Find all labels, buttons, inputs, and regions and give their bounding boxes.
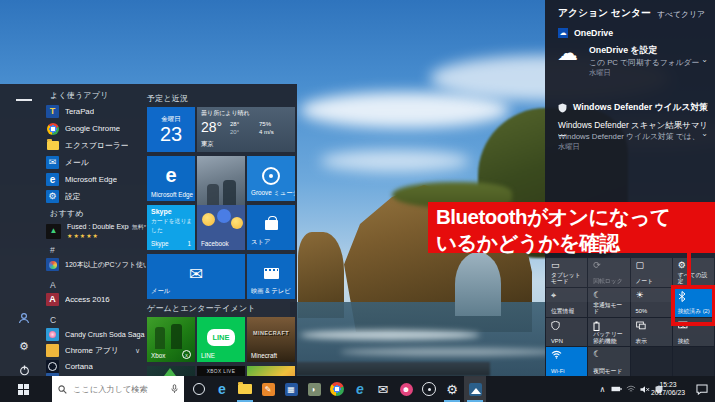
battery-icon[interactable] (610, 376, 623, 402)
app-item-terapad[interactable]: T TeraPad (46, 104, 146, 119)
sun-icon: ☀ (636, 291, 644, 300)
quick-action-note[interactable]: ▢ ノート (631, 258, 672, 287)
app-item-chrome[interactable]: Google Chrome (46, 121, 146, 136)
app-item-candycrush[interactable]: Candy Crush Soda Saga (46, 327, 146, 342)
tile-minecraft[interactable]: MINECRAFT Minecraft (247, 317, 295, 362)
app-item-access[interactable]: A Access 2016 (46, 292, 146, 307)
cortana-taskbar-icon[interactable] (188, 376, 210, 402)
quick-action-night-mode[interactable]: ☾ 夜間モード (588, 347, 629, 376)
quick-action-rotation-lock[interactable]: ⟳ 回転ロック (588, 258, 629, 287)
tile-partial-game[interactable] (147, 366, 195, 376)
section-frequent-apps: よく使うアプリ (50, 90, 109, 101)
tile-partial-xbox-live[interactable]: XBOX LIVE (197, 366, 245, 376)
annotation-connector-line (687, 253, 691, 287)
app-item-chrome-apps[interactable]: Chrome アプリ ∨ (46, 343, 146, 358)
alpha-letter[interactable]: C (50, 315, 56, 325)
desktop: ⚙ よく使うアプリ T TeraPad Google Chrome エクスプロー… (0, 0, 715, 402)
emoji-icon (231, 217, 243, 229)
tile-groove[interactable]: Groove ミュージ... (247, 156, 295, 201)
tile-weather[interactable]: 曇り所により晴れ 28° 28° 20° 75% 4 m/s 東京 (197, 107, 295, 152)
tray-chevron-up-icon[interactable]: ∧ (596, 376, 609, 402)
explorer-taskbar-icon[interactable] (234, 376, 256, 402)
alpha-letter[interactable]: A (50, 280, 56, 290)
groove-taskbar-icon[interactable] (418, 376, 440, 402)
orange-app-icon[interactable]: ✎ (257, 376, 279, 402)
chevron-down-icon[interactable]: ⌄ (701, 129, 708, 138)
app-item-pcsoft[interactable]: 120本以上のPCソフト使い放題 (46, 257, 146, 272)
notification-time: 水曜日 (558, 142, 580, 152)
alpha-letter[interactable]: # (50, 245, 55, 255)
mail-taskbar-icon[interactable]: ✉ (372, 376, 394, 402)
app-item-explorer[interactable]: エクスプローラー (46, 138, 146, 153)
start-button[interactable] (12, 376, 34, 402)
app-item-mail[interactable]: ✉ メール (46, 155, 146, 170)
notification-group-onedrive[interactable]: ☁ OneDrive (558, 28, 613, 38)
project-display-icon (636, 321, 646, 330)
search-input[interactable] (71, 384, 165, 395)
app-item-edge[interactable]: e Microsoft Edge (46, 172, 146, 187)
quick-action-brightness[interactable]: ☀ 50% (631, 288, 672, 317)
quick-action-location[interactable]: ⌖ 位置情報 (546, 288, 587, 317)
clear-all-link[interactable]: すべてクリア (657, 9, 705, 20)
clock-date: 2017/06/23 (643, 389, 693, 398)
taskbar-clock[interactable]: 15:23 2017/06/23 (643, 376, 693, 402)
cloud-icon: ☁ (557, 42, 578, 63)
blue-app-icon[interactable]: ▦ (280, 376, 302, 402)
tile-skype[interactable]: Skype カードを送りました Skype 1 (147, 205, 195, 250)
chevron-down-icon[interactable]: ⌄ (701, 55, 708, 64)
gear-icon: ⚙ (678, 261, 686, 270)
chrome-taskbar-icon[interactable] (326, 376, 348, 402)
section-suggested: おすすめ (50, 208, 84, 219)
quick-action-tablet-mode[interactable]: ▭ タブレット モード (546, 258, 587, 287)
quick-action-all-settings[interactable]: ⚙ すべての設定 (673, 258, 714, 287)
people-taskbar-icon[interactable]: ☻ (395, 376, 417, 402)
tile-group-header-games: ゲームとエンターテイメント (147, 303, 256, 314)
humidity-value: 75% (259, 121, 271, 127)
user-account-icon[interactable] (16, 310, 32, 326)
tile-mail[interactable]: ✉ メール (147, 254, 245, 299)
tile-partial-candy[interactable] (247, 366, 295, 376)
quick-action-vpn[interactable]: VPN (546, 318, 587, 347)
mail-icon: ✉ (46, 156, 59, 169)
quick-action-empty (673, 347, 714, 376)
edge-icon: e (46, 173, 59, 186)
settings-taskbar-icon[interactable]: ⚙ (441, 376, 463, 402)
hamburger-menu-icon[interactable] (16, 92, 32, 108)
tile-calendar[interactable]: 金曜日 23 (147, 107, 195, 152)
tile-edge[interactable]: e Microsoft Edge (147, 156, 195, 201)
terapad-icon: T (46, 105, 59, 118)
tile-store[interactable]: ストア (247, 205, 295, 250)
chevron-down-icon[interactable]: ∨ (135, 347, 140, 355)
quick-action-quiet-hours[interactable]: ☾ 非通知モード (588, 288, 629, 317)
annotation-highlight-box (671, 285, 715, 326)
ie-taskbar-icon[interactable]: e (349, 376, 371, 402)
settings-gear-icon[interactable]: ⚙ (16, 338, 32, 354)
wifi-icon (551, 350, 562, 359)
wifi-tray-icon[interactable] (624, 376, 637, 402)
price-badge: 無料* (132, 223, 146, 232)
like-icon (217, 209, 231, 223)
tile-facebook[interactable]: Facebook (197, 205, 245, 250)
edge-taskbar-icon[interactable]: e (211, 376, 233, 402)
tile-xbox[interactable]: Xbox x (147, 317, 195, 362)
palette-app-icon[interactable]: ◗ (303, 376, 325, 402)
pcsoft-app-icon (46, 258, 59, 271)
quick-action-battery-saver[interactable]: バッテリー節約機能 (588, 318, 629, 347)
note-icon: ▢ (636, 261, 645, 270)
battery-leaf-icon (593, 321, 600, 331)
notification-group-defender[interactable]: Windows Defender ウイルス対策 (558, 102, 708, 114)
app-item-suggested[interactable]: ▲ Fused : Double Exposure... 無料* ★★★★★ (46, 221, 146, 241)
annotation-callout: Bluetoothがオンになって いるかどうかを確認 (428, 202, 715, 253)
app-item-settings[interactable]: ⚙ 設定 (46, 189, 146, 204)
shield-icon (558, 103, 567, 113)
tile-line[interactable]: LINE LINE (197, 317, 245, 362)
taskbar-search[interactable] (52, 376, 184, 402)
power-icon[interactable] (16, 362, 32, 376)
mic-icon[interactable] (171, 384, 178, 394)
action-center-icon[interactable] (694, 376, 710, 402)
quick-action-wifi[interactable]: Wi-Fi (546, 347, 587, 376)
tile-movies-tv[interactable]: 映画 & テレビ (247, 254, 295, 299)
photos-taskbar-icon[interactable] (464, 376, 486, 402)
start-menu: ⚙ よく使うアプリ T TeraPad Google Chrome エクスプロー… (0, 84, 297, 376)
quick-action-project[interactable]: 表示 (631, 318, 672, 347)
